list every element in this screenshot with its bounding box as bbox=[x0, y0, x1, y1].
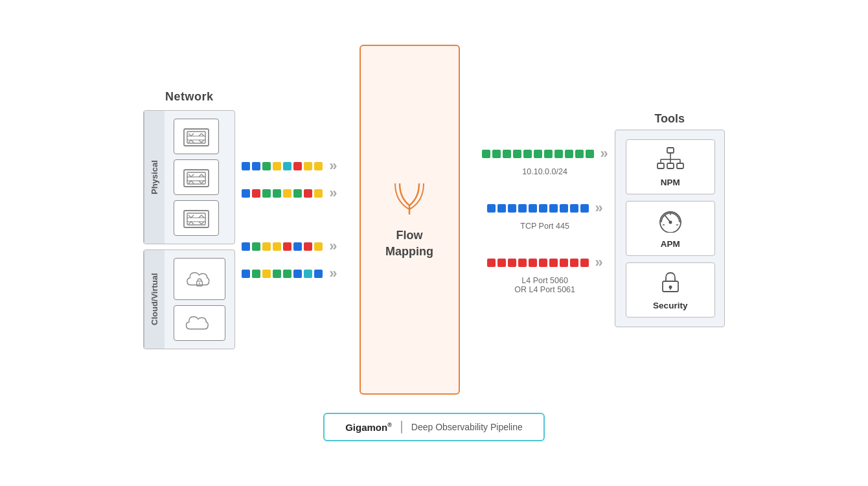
cloud-locked-icon bbox=[185, 266, 214, 292]
dot-red-3 bbox=[304, 189, 312, 198]
output-dots-2 bbox=[487, 204, 589, 213]
svg-line-17 bbox=[191, 174, 194, 177]
out-dot-r6 bbox=[539, 259, 547, 267]
out-dot-r10 bbox=[580, 259, 589, 267]
flow-mapping-label: Flow Mapping bbox=[385, 227, 433, 260]
lock-icon bbox=[656, 270, 685, 294]
out-dot-b5 bbox=[529, 204, 537, 213]
dot-blue-3 bbox=[242, 189, 250, 198]
out-dot-g11 bbox=[586, 150, 594, 158]
switch-device-1 bbox=[174, 119, 219, 154]
tool-npm: NPM bbox=[626, 139, 715, 194]
dot-red-2 bbox=[252, 189, 260, 198]
out-dot-r7 bbox=[549, 259, 558, 267]
svg-line-34 bbox=[199, 222, 201, 224]
dot-yellow-6 bbox=[262, 242, 271, 251]
tools-panel: NPM APM bbox=[615, 130, 725, 327]
out-dot-r2 bbox=[497, 259, 506, 267]
network-section: Network Physical bbox=[143, 90, 235, 349]
network-boxes: Physical bbox=[143, 110, 235, 349]
svg-line-18 bbox=[188, 181, 191, 183]
output-row-1: » 10.10.0.0/24 bbox=[482, 145, 608, 176]
dot-red-1 bbox=[293, 162, 302, 170]
out-dot-b10 bbox=[580, 204, 589, 213]
main-container: Network Physical bbox=[19, 45, 849, 441]
dot-blue-8 bbox=[314, 270, 323, 278]
arrow-2: » bbox=[329, 185, 337, 202]
dot-red-5 bbox=[304, 242, 312, 251]
dot-green-8 bbox=[283, 270, 291, 278]
out-dot-b7 bbox=[549, 204, 558, 213]
out-dot-r1 bbox=[487, 259, 496, 267]
tool-security: Security bbox=[626, 262, 715, 318]
svg-line-22 bbox=[199, 181, 201, 183]
svg-line-5 bbox=[191, 133, 194, 136]
out-dot-r8 bbox=[560, 259, 568, 267]
dot-blue-4 bbox=[242, 242, 250, 251]
network-title: Network bbox=[165, 90, 214, 104]
out-dot-g1 bbox=[482, 150, 490, 158]
out-arrow-2: » bbox=[595, 200, 603, 216]
flow-mapping-icon bbox=[390, 179, 429, 216]
dot-yellow-4 bbox=[283, 189, 291, 198]
switch-icon-3 bbox=[182, 205, 211, 231]
apm-icon bbox=[656, 208, 685, 235]
out-dot-b8 bbox=[560, 204, 568, 213]
out-dot-g7 bbox=[544, 150, 553, 158]
dot-yellow-3 bbox=[314, 162, 323, 170]
footer-brand: Gigamon® bbox=[345, 422, 392, 433]
out-dot-g3 bbox=[503, 150, 511, 158]
output-row-2: » TCP Port 445 bbox=[482, 200, 608, 231]
physical-group: Physical bbox=[143, 110, 235, 244]
dot-green-7 bbox=[273, 270, 281, 278]
svg-line-8 bbox=[199, 133, 201, 136]
dot-red-4 bbox=[283, 242, 291, 251]
dot-green-1 bbox=[262, 162, 271, 170]
out-arrow-3: » bbox=[595, 254, 603, 271]
apm-label: APM bbox=[661, 239, 680, 249]
footer-tagline: Deep Observability Pipeline bbox=[411, 422, 523, 432]
footer-bar: Gigamon® Deep Observability Pipeline bbox=[323, 413, 545, 441]
output-dots-3 bbox=[487, 259, 589, 267]
input-stream-2: » bbox=[242, 185, 337, 202]
output-dots-1 bbox=[482, 150, 594, 158]
cloud-icon bbox=[185, 310, 214, 336]
out-dot-g4 bbox=[513, 150, 521, 158]
output-label-2: TCP Port 445 bbox=[520, 222, 569, 231]
cloud-device bbox=[174, 305, 225, 341]
output-stream-3: » bbox=[487, 254, 603, 271]
switch-device-2 bbox=[174, 159, 219, 195]
out-dot-g2 bbox=[492, 150, 501, 158]
switch-device-3 bbox=[174, 200, 219, 236]
dot-teal-1 bbox=[283, 162, 291, 170]
svg-line-21 bbox=[201, 174, 204, 177]
flow-mapping-box: Flow Mapping bbox=[360, 45, 460, 395]
output-stream-2: » bbox=[487, 200, 603, 216]
out-dot-b2 bbox=[497, 204, 506, 213]
network-icon bbox=[656, 146, 685, 171]
dot-blue-7 bbox=[293, 270, 302, 278]
out-dot-g9 bbox=[565, 150, 573, 158]
dot-yellow-2 bbox=[304, 162, 312, 170]
out-dot-g6 bbox=[534, 150, 542, 158]
output-label-1: 10.10.0.0/24 bbox=[522, 167, 567, 176]
dots-1 bbox=[242, 162, 323, 170]
dots-2 bbox=[242, 189, 323, 198]
svg-line-9 bbox=[201, 133, 204, 136]
svg-rect-41 bbox=[677, 163, 683, 168]
dots-4 bbox=[242, 270, 323, 278]
svg-line-11 bbox=[201, 140, 204, 143]
svg-line-6 bbox=[188, 140, 191, 143]
svg-line-32 bbox=[199, 215, 201, 218]
cloud-devices bbox=[165, 250, 234, 349]
dot-yellow-1 bbox=[273, 162, 281, 170]
dot-green-4 bbox=[293, 189, 302, 198]
physical-devices bbox=[165, 111, 228, 244]
dot-blue-5 bbox=[293, 242, 302, 251]
dot-yellow-7 bbox=[273, 242, 281, 251]
diagram-row: Network Physical bbox=[19, 45, 849, 395]
dot-blue-6 bbox=[242, 270, 250, 278]
cloud-locked-device bbox=[174, 258, 225, 300]
out-dot-r4 bbox=[518, 259, 527, 267]
dot-teal-2 bbox=[304, 270, 312, 278]
